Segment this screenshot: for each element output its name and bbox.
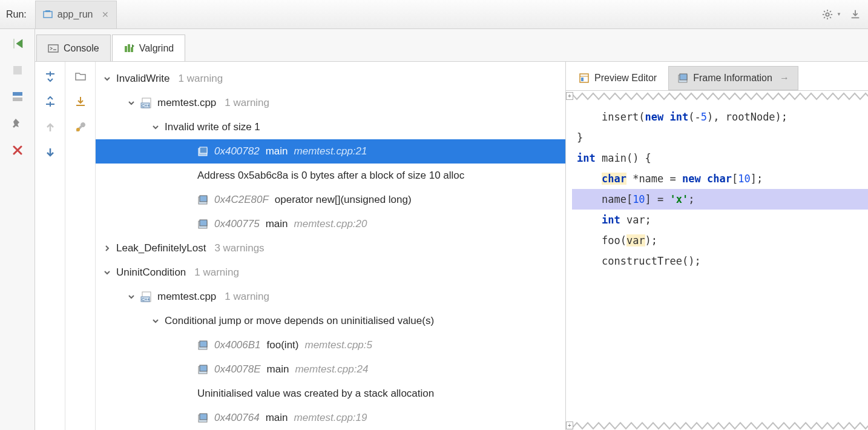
svg-line-9: [824, 17, 825, 18]
tab-preview-editor[interactable]: Preview Editor: [570, 66, 666, 90]
svg-rect-27: [200, 220, 207, 226]
run-config-title: app_run: [58, 9, 93, 20]
tree-node-message[interactable]: Conditional jump or move depends on unin…: [96, 309, 565, 333]
tree-node-leak[interactable]: Leak_DefinitelyLost 3 warnings: [96, 236, 565, 260]
svg-rect-12: [13, 92, 22, 96]
svg-rect-1: [45, 10, 50, 12]
rerun-icon[interactable]: [12, 38, 24, 50]
tab-console-label: Console: [64, 43, 99, 54]
svg-rect-34: [200, 365, 207, 371]
chevron-down-icon[interactable]: [102, 73, 113, 84]
tab-valgrind[interactable]: Valgrind: [112, 35, 186, 61]
svg-rect-16: [128, 44, 130, 52]
svg-text:C++: C++: [142, 297, 150, 302]
stack-frame-icon: [197, 412, 211, 423]
tree-node-invalidwrite[interactable]: InvalidWrite 1 warning: [96, 67, 565, 91]
tool-tabs: Console Valgrind: [35, 29, 868, 62]
export-icon[interactable]: [74, 96, 87, 108]
collapsed-region-top: [566, 91, 868, 101]
tree-node-note[interactable]: Uninitialised value was created by a sta…: [96, 382, 565, 406]
run-label: Run:: [6, 9, 27, 20]
folder-icon[interactable]: [74, 70, 87, 82]
svg-point-2: [826, 13, 829, 16]
preview-panel: Preview Editor Frame Information → + ins…: [565, 62, 868, 430]
tree-toolbar-1: [35, 62, 65, 430]
stack-frame-icon: [197, 340, 211, 351]
expand-fold-icon[interactable]: +: [566, 92, 573, 100]
tree-node-frame[interactable]: 0x40078E main memtest.cpp:24: [96, 357, 565, 382]
tree-node-frame-selected[interactable]: 0x400782 main memtest.cpp:21: [96, 139, 565, 164]
window-title-bar: Run: app_run ✕ ▼: [0, 0, 868, 29]
svg-rect-41: [680, 74, 687, 80]
svg-rect-23: [200, 147, 207, 153]
svg-rect-14: [48, 45, 58, 52]
dropdown-caret-icon[interactable]: ▼: [837, 12, 841, 17]
svg-rect-39: [581, 78, 584, 81]
svg-rect-15: [125, 46, 127, 52]
svg-rect-36: [200, 414, 207, 420]
stop-icon[interactable]: [12, 64, 24, 76]
download-icon[interactable]: [850, 9, 861, 20]
svg-rect-32: [200, 341, 207, 347]
tab-valgrind-label: Valgrind: [139, 43, 174, 54]
chevron-down-icon[interactable]: [102, 267, 113, 278]
tab-frame-info-label: Frame Information: [693, 73, 772, 84]
svg-line-8: [830, 17, 831, 18]
tree-node-message[interactable]: Invalid write of size 1: [96, 115, 565, 139]
chevron-down-icon[interactable]: [126, 291, 137, 302]
code-preview[interactable]: insert(new int(-5), rootNode); } int mai…: [566, 101, 868, 420]
chevron-down-icon[interactable]: [126, 98, 137, 108]
stack-frame-icon: [197, 194, 211, 205]
tab-preview-label: Preview Editor: [594, 73, 657, 84]
close-icon[interactable]: ✕: [102, 10, 109, 19]
svg-rect-13: [13, 98, 22, 101]
arrow-right-icon: →: [780, 73, 789, 84]
app-icon: [43, 10, 53, 19]
expand-all-icon[interactable]: [44, 70, 56, 82]
tree-node-frame[interactable]: 0x4006B1 foo(int) memtest.cpp:5: [96, 333, 565, 357]
svg-rect-0: [44, 12, 52, 18]
tree-node-frame[interactable]: 0x4C2E80F operator new[](unsigned long): [96, 188, 565, 212]
collapsed-region-bottom: [566, 420, 868, 430]
stack-frame-icon: [197, 364, 211, 375]
svg-rect-17: [131, 47, 133, 52]
close-panel-icon[interactable]: [12, 144, 24, 156]
expand-fold-icon[interactable]: +: [566, 422, 573, 429]
svg-point-18: [76, 128, 80, 131]
tree-node-file[interactable]: C++ memtest.cpp 1 warning: [96, 285, 565, 309]
svg-rect-11: [13, 66, 22, 74]
cpp-file-icon: C++: [140, 98, 154, 108]
chevron-down-icon[interactable]: [150, 316, 161, 326]
down-arrow-icon[interactable]: [44, 147, 56, 159]
chevron-down-icon[interactable]: [150, 122, 161, 133]
up-arrow-icon[interactable]: [44, 121, 56, 133]
run-config-tab[interactable]: app_run ✕: [35, 1, 117, 28]
tree-node-uninit[interactable]: UninitCondition 1 warning: [96, 260, 565, 285]
tree-toolbar-2: [65, 62, 96, 430]
tree-node-file[interactable]: C++ memtest.cpp 1 warning: [96, 91, 565, 115]
valgrind-tree: InvalidWrite 1 warning C++ memtest.cpp 1…: [96, 62, 565, 430]
svg-rect-25: [200, 196, 207, 202]
collapse-all-icon[interactable]: [44, 96, 56, 108]
gear-icon[interactable]: [822, 9, 833, 20]
chevron-right-icon[interactable]: [102, 243, 113, 254]
stack-frame-icon: [197, 219, 211, 230]
tab-frame-info[interactable]: Frame Information →: [668, 66, 798, 90]
stack-frame-icon: [197, 146, 211, 157]
tab-console[interactable]: Console: [36, 35, 111, 61]
svg-text:C++: C++: [142, 104, 150, 108]
pin-icon[interactable]: [12, 117, 24, 130]
tree-node-frame[interactable]: 0x400764 main memtest.cpp:19: [96, 406, 565, 430]
svg-line-7: [824, 11, 825, 12]
layout-icon[interactable]: [12, 91, 24, 103]
cpp-file-icon: C++: [140, 291, 154, 302]
tree-node-note[interactable]: Address 0x5ab6c8a is 0 bytes after a blo…: [96, 164, 565, 188]
run-toolbar: [0, 29, 35, 430]
tree-node-frame[interactable]: 0x400775 main memtest.cpp:20: [96, 212, 565, 236]
svg-line-10: [830, 11, 831, 12]
settings-wrench-icon[interactable]: [74, 121, 87, 133]
